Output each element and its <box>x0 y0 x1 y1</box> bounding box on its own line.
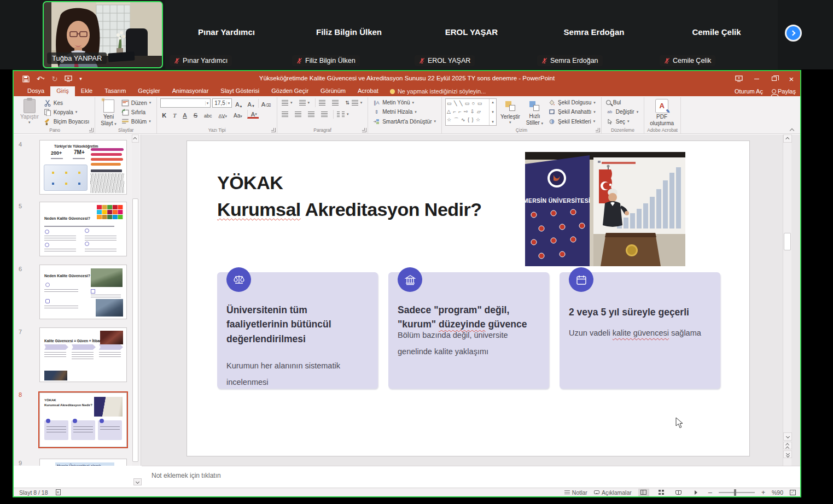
collapse-ribbon-button[interactable] <box>790 127 795 132</box>
zoom-in-button[interactable]: + <box>761 489 765 496</box>
thumbnail-slide-4[interactable]: Türkiye'de Yükseköğretim 200+ 7M+ <box>39 140 127 195</box>
select-button[interactable]: Seç▾ <box>605 118 639 126</box>
tab-tasarim[interactable]: Tasarım <box>98 86 132 96</box>
new-slide-button[interactable]: Yeni Slayt ▾ <box>98 98 119 126</box>
video-tile-participant-4[interactable]: Semra Erdoğan Semra Erdoğan <box>533 0 655 69</box>
cut-button[interactable]: Kes <box>43 98 91 107</box>
notes-toggle[interactable]: Notlar <box>564 489 587 496</box>
tab-dosya[interactable]: Dosya <box>21 86 50 96</box>
gallery-scroll-arrows[interactable]: ▴▾▾ <box>489 99 496 125</box>
tab-gozden-gecir[interactable]: Gözden Geçir <box>265 86 314 96</box>
format-painter-button[interactable]: Biçim Boyacısı <box>43 117 91 126</box>
arrange-button[interactable]: Yerleştir▾ <box>498 98 522 126</box>
pano-dialog-launcher[interactable] <box>89 128 94 132</box>
tab-gecisler[interactable]: Geçişler <box>132 86 166 96</box>
save-icon[interactable] <box>22 75 30 83</box>
zoom-level[interactable]: %90 <box>772 489 783 496</box>
decrease-indent-button[interactable] <box>315 98 327 107</box>
reading-view-button[interactable] <box>673 489 684 496</box>
slide-title[interactable]: YÖKAK Kurumsal Akreditasyon Nedir? <box>217 169 482 224</box>
slide-sorter-view-button[interactable] <box>656 489 667 496</box>
text-shadow-button[interactable]: abc <box>202 110 214 119</box>
vertical-scrollbar[interactable] <box>783 134 791 466</box>
restore-button[interactable] <box>765 71 783 86</box>
text-direction-button[interactable]: ∥A Metin Yönü▾ <box>371 98 437 107</box>
shape-outline-button[interactable]: Şekil Anahattı▾ <box>547 108 597 116</box>
presenter-display-icon[interactable] <box>730 71 748 86</box>
drawing-dialog-launcher[interactable] <box>596 128 600 132</box>
grow-font-button[interactable]: A▲ <box>234 99 244 108</box>
justify-button[interactable] <box>320 110 329 119</box>
close-button[interactable]: × <box>783 71 800 86</box>
zoom-slider-thumb[interactable] <box>734 489 736 496</box>
video-tile-active-speaker[interactable]: Tuğba YANPAR <box>43 1 163 68</box>
thumbnail-slide-9[interactable]: Mersin Üniversitesi olarak Hedefimiz YÖK… <box>39 459 127 466</box>
zoom-slider[interactable] <box>719 492 755 493</box>
pdf-create-button[interactable]: A PDF oluşturma <box>648 98 676 126</box>
align-text-button[interactable]: ⇕ Metni Hizala▾ <box>371 108 437 116</box>
reset-button[interactable]: Sıfırla <box>120 108 152 116</box>
normal-view-button[interactable] <box>638 489 649 496</box>
share-button[interactable]: Paylaş <box>772 88 796 95</box>
clear-formatting-button[interactable]: A⌫ <box>258 99 272 108</box>
sign-in-link[interactable]: Oturum Aç <box>735 88 763 95</box>
scroll-down-button[interactable] <box>783 432 792 441</box>
card-institution-level[interactable]: Sadece "program" değil, "kurum" düzeyind… <box>388 272 549 389</box>
shape-effects-button[interactable]: Şekil Efektleri▾ <box>547 118 597 126</box>
spellcheck-icon[interactable]: ✕ <box>56 489 61 495</box>
thumbnail-slide-6[interactable]: Neden Kalite Güvencesi? <box>39 265 127 319</box>
next-slide-button[interactable] <box>783 450 792 458</box>
change-case-button[interactable]: Aa▾ <box>232 110 244 119</box>
line-spacing-button[interactable]: ⇅▾ <box>344 98 363 107</box>
scrollbar-thumb[interactable] <box>784 233 791 250</box>
undo-icon[interactable]: ↶▾ <box>37 75 44 83</box>
card-holistic-evaluation[interactable]: Üniversitenin tüm faaliyetlerinin bütünc… <box>217 272 378 389</box>
convert-smartart-button[interactable]: SmartArt'a Dönüştür▾ <box>371 118 437 126</box>
font-name-combo[interactable]: ▾ <box>160 98 211 108</box>
bold-button[interactable]: K <box>160 110 168 119</box>
collapse-thumbnails-button[interactable] <box>133 478 142 485</box>
fit-slide-button[interactable]: ⤢ <box>790 490 796 495</box>
numbering-button[interactable]: ▾ <box>298 98 311 107</box>
tab-ekle[interactable]: Ekle <box>75 86 98 96</box>
video-tile-participant-1[interactable]: Pınar Yardımcı Pınar Yardımcı <box>165 0 288 69</box>
increase-indent-button[interactable] <box>331 98 340 107</box>
font-size-combo[interactable]: 17,5▾ <box>212 98 232 108</box>
tab-gorunum[interactable]: Görünüm <box>314 86 352 96</box>
scrollbar-thumb[interactable] <box>132 198 138 462</box>
customize-qat-icon[interactable]: ▾ <box>79 76 82 81</box>
replace-button[interactable]: ab Değiştir▾ <box>605 108 639 116</box>
font-color-button[interactable]: A▾ <box>247 110 259 119</box>
tell-me-box[interactable]: Ne yapmak istediğinizi söyleyin... <box>385 86 491 96</box>
align-left-button[interactable] <box>281 110 289 119</box>
card-validity-period[interactable]: 2 veya 5 yıl süreyle geçerli Uzun vadeli… <box>560 272 720 389</box>
start-slideshow-icon[interactable] <box>65 75 72 82</box>
video-tile-participant-5[interactable]: Cemile Çelik Cemile Çelik <box>655 0 778 69</box>
zoom-out-button[interactable]: – <box>708 488 712 496</box>
strikethrough-button[interactable]: S <box>192 110 199 119</box>
scroll-up-button[interactable] <box>132 134 139 143</box>
font-dialog-launcher[interactable] <box>271 128 276 132</box>
align-right-button[interactable] <box>307 110 316 119</box>
thumbnail-slide-7[interactable]: Kalite Güvencesi = Güven + İtibar <box>39 327 127 382</box>
section-button[interactable]: Bölüm▾ <box>120 117 152 126</box>
copy-button[interactable]: Kopyala▾ <box>43 108 91 116</box>
conference-photo[interactable]: MERSİN ÜNİVERSİTESİ <box>525 152 685 266</box>
shape-fill-button[interactable]: Şekil Dolgusu▾ <box>547 98 597 107</box>
thumbnail-scrollbar[interactable] <box>132 134 139 466</box>
align-center-button[interactable] <box>294 110 302 119</box>
paste-button[interactable]: Yapıştır▾ <box>18 98 41 126</box>
italic-button[interactable]: T <box>171 110 178 119</box>
notes-pane[interactable]: Not eklemek için tıklatın <box>142 466 800 488</box>
underline-button[interactable]: A <box>181 110 188 119</box>
slideshow-view-button[interactable] <box>691 489 702 496</box>
comments-toggle[interactable]: Açıklamalar <box>594 489 632 496</box>
previous-slide-button[interactable] <box>783 442 792 449</box>
shrink-font-button[interactable]: A▼ <box>246 99 257 108</box>
tab-acrobat[interactable]: Acrobat <box>352 86 385 96</box>
paragraph-dialog-launcher[interactable] <box>362 128 366 132</box>
layout-button[interactable]: Düzen▾ <box>120 98 152 107</box>
tab-giris[interactable]: Giriş <box>50 86 75 96</box>
video-tile-participant-3[interactable]: EROL YAŞAR EROL YAŞAR <box>410 0 533 69</box>
thumbnail-slide-5[interactable]: Neden Kalite Güvencesi? <box>39 202 127 256</box>
